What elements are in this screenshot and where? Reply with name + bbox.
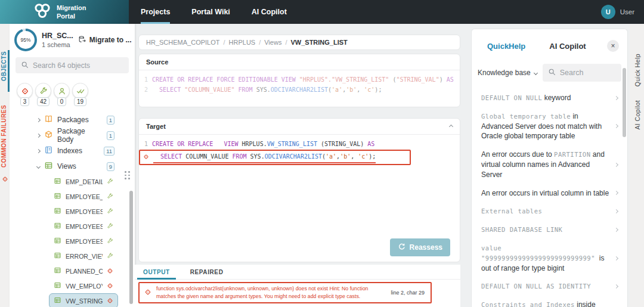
help-topic-9[interactable]: Constraints and Indexes inside Table def… (481, 296, 618, 307)
output-tab-output[interactable]: OUTPUT (136, 265, 177, 279)
status-summary: 342019 (10, 83, 135, 106)
output-tab-repaired[interactable]: REPAIRED (183, 265, 231, 279)
index-icon (44, 145, 53, 157)
target-code[interactable]: 1CREATE OR REPLACE VIEW HRPLUS.VW_STRING… (139, 135, 460, 165)
tree-item-label: Package Body (57, 127, 103, 144)
object-search-input[interactable] (33, 61, 123, 70)
breadcrumb: HR_SCHEMA_COPILOT/HRPLUS/Views/VW_STRING… (138, 35, 460, 50)
chevron-right-icon (614, 163, 618, 167)
view-item-employees-de[interactable]: EMPLOYEES_DE... (49, 219, 118, 234)
output-section: OUTPUTREPAIRED function sys.odcivarchar2… (135, 265, 460, 307)
source-panel: Source 1CREATE OR REPLACE FORCE EDITIONA… (138, 54, 460, 107)
view-item-label: PLANNED_COM... (66, 268, 103, 275)
view-item-vw-employee[interactable]: VW_EMPLOYEE_... (49, 278, 118, 293)
chevron-right-icon (614, 96, 618, 100)
error-diamond-icon (107, 266, 113, 277)
line-number: 1 (139, 75, 152, 85)
tab-quickhelp[interactable]: QuickHelp (487, 42, 525, 51)
help-topic-3[interactable]: An error occurs due to PARTITION and vir… (481, 145, 618, 184)
status-stat-person[interactable]: 0 (52, 83, 71, 106)
rail-tab-ai-copilot[interactable]: AI Copilot (634, 100, 641, 130)
chevron-right-icon (614, 191, 618, 195)
avatar[interactable]: U (601, 5, 615, 19)
help-topic-5[interactable]: External tables (481, 202, 618, 221)
help-topic-2[interactable]: Global temporary table in Advanced Serve… (481, 107, 618, 145)
chevron-right-icon[interactable] (36, 148, 41, 153)
chevron-right-icon (614, 284, 618, 289)
help-topic-text: An error occurs in virtual column in tab… (481, 188, 610, 199)
error-diamond-icon (107, 296, 113, 306)
status-stat-error-diamond[interactable]: 3 (16, 83, 34, 106)
nav-tab-projects[interactable]: Projects (141, 0, 170, 24)
breadcrumb-item-hr-schema-copilot[interactable]: HR_SCHEMA_COPILOT (146, 39, 219, 46)
close-panel-button[interactable]: × (607, 40, 619, 52)
view-item-emp-details-v[interactable]: EMP_DETAILS_V... (49, 174, 118, 189)
knowledge-base-dropdown[interactable]: Knowledge base (478, 69, 537, 77)
chevron-down-icon[interactable] (36, 164, 41, 168)
help-scrollbar[interactable] (623, 68, 626, 137)
brand[interactable]: MigrationPortal (0, 0, 129, 24)
schema-name[interactable]: HR_SC... (42, 32, 73, 40)
chevron-right-icon (614, 256, 618, 261)
help-search-input[interactable] (560, 69, 616, 77)
view-item-employee-man[interactable]: EMPLOYEE_MAN... (49, 189, 118, 204)
help-topic-7[interactable]: value "99999999999999999999999999" is ou… (481, 239, 618, 277)
tree-item-packages[interactable]: Packages1 (10, 112, 135, 128)
code-text: CREATE OR REPLACE VIEW HRPLUS.VW_STRING_… (152, 139, 374, 149)
collapse-chevron-icon[interactable] (449, 124, 453, 128)
rail-tab-objects[interactable]: OBJECTS (1, 51, 7, 81)
tree-item-views[interactable]: Views9 (10, 159, 135, 174)
view-icon (54, 296, 61, 306)
migrate-to-button[interactable]: Migrate to ... (78, 35, 133, 45)
target-panel: Target 1CREATE OR REPLACE VIEW HRPLUS.VW… (138, 118, 460, 262)
chevron-right-icon[interactable] (36, 133, 41, 137)
wrench-icon (107, 221, 113, 232)
status-stat-wrench[interactable]: 42 (34, 83, 52, 106)
panel-resize-handle[interactable] (125, 171, 130, 179)
code-line-1[interactable]: 1CREATE OR REPLACE VIEW HRPLUS.VW_STRING… (139, 139, 460, 149)
view-item-vw-string-list[interactable]: VW_STRING_LIST (49, 293, 118, 307)
code-line-1[interactable]: 1CREATE OR REPLACE FORCE EDITIONABLE VIE… (139, 75, 460, 85)
chevron-right-icon[interactable] (36, 117, 41, 122)
view-item-planned-com[interactable]: PLANNED_COM... (49, 263, 118, 278)
handle-dot (128, 175, 130, 176)
help-topic-1[interactable]: DEFAULT ON NULL keyword (481, 89, 618, 107)
rail-tab-common-failures[interactable]: COMMON FAILURES (1, 105, 7, 168)
chevron-right-icon (614, 228, 618, 232)
reassess-button[interactable]: Reassess (390, 238, 450, 256)
view-item-employees-by[interactable]: EMPLOYEES_BY... (49, 204, 118, 219)
breadcrumb-item-views[interactable]: Views (264, 39, 281, 46)
rail-tab-quick-help[interactable]: Quick Help (634, 54, 641, 86)
help-topic-8[interactable]: DEFAULT ON NULL AS IDENTITY (481, 277, 618, 296)
tree-item-indexes[interactable]: Indexes11 (10, 143, 135, 159)
code-line-2[interactable]: 2 SELECT "COLUMN_VALUE" FROM SYS.ODCIVAR… (139, 85, 460, 95)
tree-item-package-body[interactable]: Package Body1 (10, 128, 135, 143)
stat-count: 0 (57, 97, 67, 106)
code-text: SELECT COLUMN_VALUE FROM SYS.ODCIVARCHAR… (153, 151, 376, 163)
sidebar-scrollbar[interactable] (129, 191, 133, 304)
tree-item-label: Views (57, 162, 76, 170)
view-item-error-view[interactable]: ERROR_VIEW (49, 249, 118, 263)
wrench-icon (107, 176, 113, 187)
view-item-label: VW_STRING_LIST (66, 297, 103, 305)
edb-logo-icon (33, 3, 51, 21)
help-topic-6[interactable]: SHARED DATABASE LINK (481, 221, 618, 239)
nav-tabs: ProjectsPortal WikiAI Copilot (141, 0, 287, 24)
breadcrumb-separator: / (223, 39, 225, 46)
help-topic-text: An error occurs due to PARTITION and vir… (481, 150, 610, 179)
nav-tab-portal-wiki[interactable]: Portal Wiki (191, 0, 230, 24)
search-icon (21, 60, 29, 71)
user-menu[interactable]: U User (601, 0, 644, 24)
error-line-highlight: SELECT COLUMN_VALUE FROM SYS.ODCIVARCHAR… (139, 150, 411, 165)
breadcrumb-item-hrplus[interactable]: HRPLUS (229, 39, 256, 46)
nav-tab-ai-copilot[interactable]: AI Copilot (252, 0, 287, 24)
help-topic-4[interactable]: An error occurs in virtual column in tab… (481, 184, 618, 203)
code-line-2[interactable]: SELECT COLUMN_VALUE FROM SYS.ODCIVARCHAR… (140, 151, 410, 163)
left-rail: OBJECTS COMMON FAILURES (0, 24, 10, 307)
error-diamond-icon (17, 83, 33, 99)
tab-ai-copilot[interactable]: AI Copilot (549, 42, 586, 51)
status-stat-check-double[interactable]: 19 (71, 83, 89, 106)
tree-item-label: Packages (57, 116, 89, 124)
assessment-error[interactable]: function sys.odcivarchar2list(unknown, u… (138, 282, 432, 303)
view-item-employees-ma[interactable]: EMPLOYEES_MA... (49, 234, 118, 249)
